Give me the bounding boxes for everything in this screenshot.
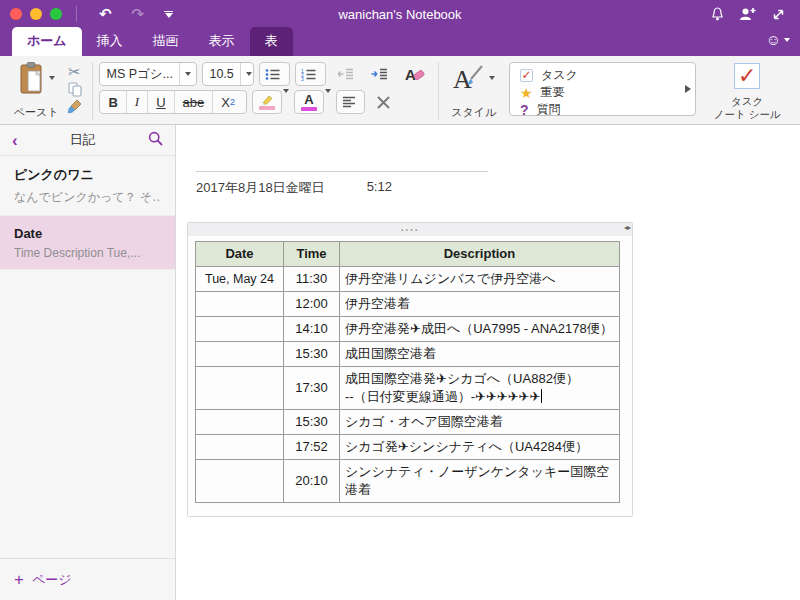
tab-draw[interactable]: 描画 bbox=[138, 27, 194, 56]
cell-description[interactable]: シンシナティ・ノーザンケンタッキー国際空港着 bbox=[340, 460, 620, 503]
font-color-dropdown-icon[interactable] bbox=[325, 93, 331, 111]
cell-time[interactable]: 12:00 bbox=[284, 292, 340, 317]
delete-button[interactable] bbox=[370, 90, 397, 114]
tab-view[interactable]: 表示 bbox=[194, 27, 250, 56]
font-name-select[interactable]: MS Pゴシ... bbox=[99, 62, 197, 86]
add-page-button[interactable]: + ページ bbox=[0, 558, 175, 600]
clear-formatting-button[interactable]: A bbox=[399, 62, 431, 86]
highlighter-icon bbox=[259, 94, 275, 105]
cell-time[interactable]: 20:10 bbox=[284, 460, 340, 503]
page-date-block[interactable]: 2017年8月18日金曜日 5:12 bbox=[196, 171, 488, 197]
table-row: 14:10伊丹空港発✈成田へ（UA7995 - ANA2178便） bbox=[196, 317, 620, 342]
column-header-time[interactable]: Time bbox=[284, 242, 340, 267]
cell-date[interactable] bbox=[196, 367, 284, 410]
sidebar-header: ‹ 日記 bbox=[0, 125, 175, 156]
table-row: 15:30成田国際空港着 bbox=[196, 342, 620, 367]
tag-gallery-more-icon[interactable] bbox=[685, 85, 691, 93]
quick-access-menu-icon[interactable] bbox=[154, 11, 183, 18]
cell-time[interactable]: 11:30 bbox=[284, 267, 340, 292]
style-button[interactable]: A スタイル bbox=[446, 60, 501, 122]
cell-description[interactable]: 成田国際空港発✈シカゴへ（UA882便）--（日付変更線通過）-✈✈✈✈✈✈ bbox=[340, 367, 620, 410]
font-size-dropdown-icon[interactable] bbox=[240, 63, 257, 85]
task-note-seal-label: タスク ノート シール bbox=[714, 95, 781, 122]
strikethrough-button[interactable]: abe bbox=[175, 91, 214, 113]
undo-icon[interactable]: ↶ bbox=[89, 1, 122, 27]
table-row: 17:52シカゴ発✈シンシナティへ（UA4284便） bbox=[196, 435, 620, 460]
notifications-bell-icon[interactable] bbox=[710, 6, 725, 22]
ribbon: ペースト ✂ MS Pゴシ... 10.5 123 bbox=[0, 56, 800, 125]
task-note-seal-button[interactable]: ✓ タスク ノート シール bbox=[700, 60, 794, 122]
table-row: 12:00伊丹空港着 bbox=[196, 292, 620, 317]
highlight-color-swatch bbox=[259, 106, 275, 110]
tag-item-task[interactable]: ✓ タスク bbox=[520, 67, 685, 84]
cell-description[interactable]: シカゴ発✈シンシナティへ（UA4284便） bbox=[340, 435, 620, 460]
font-size-select[interactable]: 10.5 bbox=[202, 62, 254, 86]
highlight-button[interactable] bbox=[252, 90, 282, 114]
feedback-smiley-icon[interactable]: ☺ bbox=[766, 31, 790, 48]
cell-date[interactable] bbox=[196, 292, 284, 317]
page-item-pink-crocodile[interactable]: ピンクのワニ なんでピンクかって？ そ… bbox=[0, 156, 175, 216]
font-size-value: 10.5 bbox=[203, 67, 239, 81]
column-header-date[interactable]: Date bbox=[196, 242, 284, 267]
bullet-list-button[interactable] bbox=[259, 62, 290, 86]
gold-star-icon: ★ bbox=[520, 85, 533, 101]
italic-button[interactable]: I bbox=[127, 91, 148, 113]
search-icon[interactable] bbox=[148, 131, 163, 150]
underline-button[interactable]: U bbox=[148, 91, 174, 113]
close-window-button[interactable] bbox=[10, 8, 22, 20]
cell-date[interactable] bbox=[196, 317, 284, 342]
table-row: Tue, May 2411:30伊丹空港リムジンバスで伊丹空港へ bbox=[196, 267, 620, 292]
highlight-dropdown-icon[interactable] bbox=[283, 93, 289, 111]
decrease-indent-button[interactable] bbox=[331, 62, 360, 86]
cell-date[interactable] bbox=[196, 460, 284, 503]
style-dropdown-icon[interactable] bbox=[489, 76, 495, 80]
traffic-lights bbox=[10, 8, 62, 20]
numbered-list-button[interactable]: 123 bbox=[295, 62, 326, 86]
cell-date[interactable] bbox=[196, 342, 284, 367]
cell-description[interactable]: 伊丹空港着 bbox=[340, 292, 620, 317]
titlebar: ↶ ↷ wanichan's Notebook bbox=[0, 0, 800, 28]
cell-description[interactable]: 伊丹空港発✈成田へ（UA7995 - ANA2178便） bbox=[340, 317, 620, 342]
alignment-button[interactable] bbox=[336, 90, 365, 114]
format-painter-icon[interactable] bbox=[67, 99, 83, 117]
share-add-person-icon[interactable] bbox=[739, 6, 757, 22]
copy-icon[interactable] bbox=[67, 81, 83, 99]
zoom-window-button[interactable] bbox=[50, 8, 62, 20]
cell-time[interactable]: 15:30 bbox=[284, 410, 340, 435]
font-color-button[interactable]: A bbox=[294, 90, 324, 114]
table-resize-handle-icon[interactable]: ◂▸ bbox=[624, 223, 630, 232]
paste-dropdown-icon[interactable] bbox=[49, 76, 55, 80]
fullscreen-expand-icon[interactable] bbox=[771, 7, 786, 22]
cell-time[interactable]: 17:30 bbox=[284, 367, 340, 410]
tag-item-question[interactable]: ? 質問 bbox=[520, 101, 685, 118]
ribbon-group-divider bbox=[92, 62, 93, 120]
tag-item-important[interactable]: ★ 重要 bbox=[520, 84, 685, 101]
cell-description[interactable]: 伊丹空港リムジンバスで伊丹空港へ bbox=[340, 267, 620, 292]
tab-table[interactable]: 表 bbox=[250, 27, 293, 56]
bold-button[interactable]: B bbox=[100, 91, 126, 113]
tab-insert[interactable]: 挿入 bbox=[82, 27, 138, 56]
font-name-dropdown-icon[interactable] bbox=[179, 63, 196, 85]
cell-description[interactable]: シカゴ・オヘア国際空港着 bbox=[340, 410, 620, 435]
increase-indent-button[interactable] bbox=[365, 62, 394, 86]
page-item-date[interactable]: Date Time Description Tue,... bbox=[0, 216, 175, 270]
cell-date[interactable]: Tue, May 24 bbox=[196, 267, 284, 292]
tab-home[interactable]: ホーム bbox=[12, 27, 82, 56]
numbered-list-icon: 123 bbox=[301, 68, 317, 81]
cell-date[interactable] bbox=[196, 410, 284, 435]
paste-button[interactable]: ペースト bbox=[8, 60, 65, 122]
page-canvas[interactable]: 2017年8月18日金曜日 5:12 ···· ◂▸ Date Time Des… bbox=[176, 125, 800, 600]
minimize-window-button[interactable] bbox=[30, 8, 42, 20]
plus-icon: + bbox=[14, 571, 24, 588]
cell-time[interactable]: 14:10 bbox=[284, 317, 340, 342]
column-header-description[interactable]: Description bbox=[340, 242, 620, 267]
cell-description[interactable]: 成田国際空港着 bbox=[340, 342, 620, 367]
cell-time[interactable]: 15:30 bbox=[284, 342, 340, 367]
table-move-handle[interactable]: ···· ◂▸ bbox=[188, 223, 632, 236]
redo-icon[interactable]: ↷ bbox=[122, 1, 155, 27]
subscript-button[interactable]: X2 bbox=[213, 91, 246, 113]
cut-icon[interactable]: ✂ bbox=[67, 63, 83, 81]
font-color-swatch bbox=[301, 107, 317, 111]
cell-time[interactable]: 17:52 bbox=[284, 435, 340, 460]
cell-date[interactable] bbox=[196, 435, 284, 460]
